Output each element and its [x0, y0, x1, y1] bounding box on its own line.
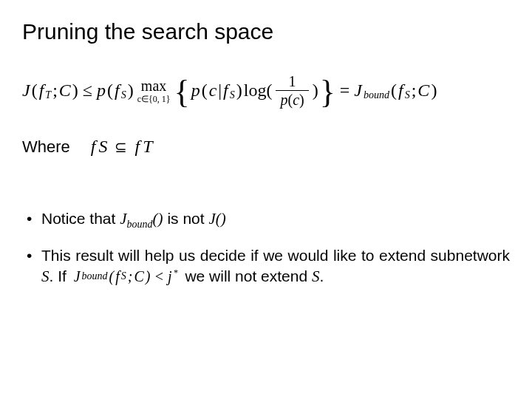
sub-S: S [230, 89, 235, 101]
sub-bound: bound [82, 270, 108, 284]
max-operator: max c∈{0, 1} [137, 78, 171, 103]
sub-S: S [405, 89, 410, 101]
sym-S: S [312, 267, 320, 285]
cond-bar: | [218, 81, 222, 100]
sym-f: f [223, 81, 228, 100]
paren: ) [299, 92, 304, 108]
sym-J: J [74, 267, 81, 287]
sym-f: f [134, 137, 140, 157]
bullet-item-2: This result will help us decide if we wo… [22, 245, 510, 287]
sym-J: J [120, 210, 126, 228]
text: . If [50, 267, 71, 284]
text: . [320, 267, 324, 284]
sym-J: J [22, 81, 30, 100]
text: This result will help us decide if we wo… [41, 247, 510, 264]
sub-S: S [121, 270, 126, 284]
slide: Pruning the search space J ( f T ; C ) ≤… [0, 0, 532, 399]
log-label: log( [244, 81, 273, 100]
sub-bound: bound [127, 219, 153, 230]
main-equation: J ( f T ; C ) ≤ p ( f S ) max c∈{0, 1} {… [22, 74, 510, 107]
sym-c: c [209, 81, 217, 100]
max-domain: c∈{0, 1} [137, 95, 171, 103]
sym-f: f [115, 81, 120, 100]
frac-num: 1 [284, 74, 301, 90]
paren: ) [236, 81, 242, 100]
sup-star: * [174, 267, 178, 279]
paren: ) [431, 81, 437, 100]
sub-S: S [98, 137, 107, 157]
sub-S: S [121, 89, 126, 101]
sym-j: j [168, 267, 172, 287]
paren: ( [109, 267, 115, 287]
sym-J: J [354, 81, 362, 100]
inline-condition: Jbound(fS;C) < j* [74, 267, 178, 287]
sep: ; [52, 81, 58, 100]
sep: ; [412, 81, 417, 100]
sym-c: c [293, 92, 299, 108]
max-label: max [141, 78, 166, 93]
text: is not [163, 210, 209, 227]
where-expression: fS ⊆ fT [91, 137, 153, 157]
sym-S: S [41, 267, 50, 285]
frac-den: p(c) [276, 90, 308, 107]
sym-f: f [115, 267, 120, 287]
sym-C: C [134, 267, 143, 287]
sym-f: f [39, 81, 44, 100]
paren: ( [107, 81, 113, 100]
sub-T: T [45, 89, 51, 101]
paren: ) [146, 267, 151, 287]
text: we will not extend [185, 267, 312, 284]
paren: () [153, 210, 163, 228]
sym-p: p [97, 81, 106, 100]
sep: ; [128, 267, 133, 287]
bullet-list: Notice that Jbound() is not J() This res… [22, 208, 510, 287]
paren: ( [391, 81, 397, 100]
paren: ( [32, 81, 38, 100]
sym-C: C [417, 81, 429, 100]
slide-title: Pruning the search space [22, 19, 510, 44]
brace-right: } [320, 84, 335, 100]
where-label: Where [22, 137, 70, 157]
paren: ) [128, 81, 134, 100]
sub-T: T [143, 137, 152, 157]
sym-C: C [59, 81, 71, 100]
op-subset: ⊆ [115, 138, 127, 156]
sub-bound: bound [364, 89, 389, 101]
paren: ( [202, 81, 208, 100]
sym-f: f [91, 137, 96, 157]
sym-J: J() [208, 210, 225, 228]
text: Notice that [41, 210, 120, 227]
sym-p: p [191, 81, 200, 100]
fraction: 1 p(c) [276, 74, 308, 107]
where-line: Where fS ⊆ fT [22, 137, 510, 157]
sym-p: p [280, 92, 287, 108]
brace-left: { [174, 84, 190, 100]
op-le: ≤ [83, 81, 92, 100]
op-eq: = [340, 81, 350, 100]
bullet-item-1: Notice that Jbound() is not J() [22, 208, 510, 232]
sym-f: f [398, 81, 403, 100]
op-lt: < [154, 267, 165, 287]
paren: ) [313, 81, 318, 100]
paren: ) [72, 81, 78, 100]
